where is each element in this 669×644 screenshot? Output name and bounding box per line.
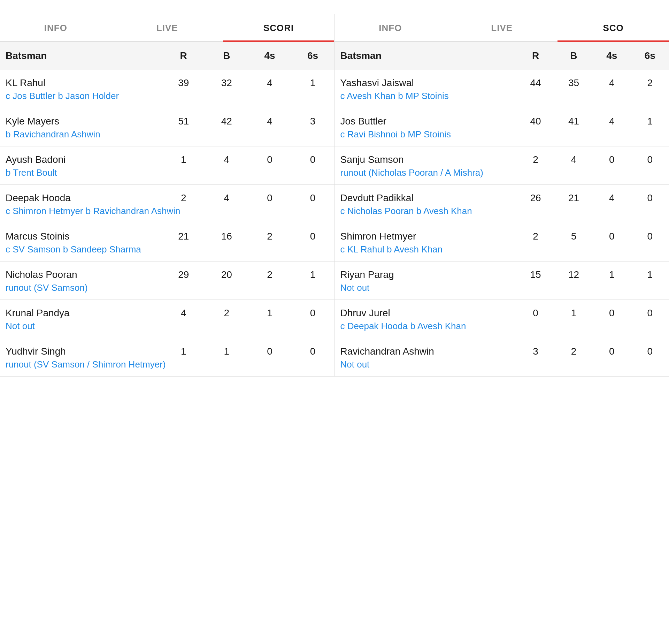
- batsman-6s: 0: [291, 185, 334, 204]
- right-dismissal-row: c Deepak Hooda b Avesh Khan: [335, 319, 669, 338]
- tab-scorecard-right[interactable]: SCO: [558, 14, 669, 42]
- left-batsman-row: Marcus Stoinis 21 16 2 0: [0, 223, 334, 242]
- batsman-6s: 0: [291, 338, 334, 357]
- right-table-header: Batsman R B 4s 6s: [335, 42, 669, 70]
- left-scorecard-table: Batsman R B 4s 6s KL Rahul 39 32 4 1 c J…: [0, 42, 334, 377]
- col-b-right: B: [555, 42, 593, 70]
- batsman-r: 1: [162, 146, 205, 166]
- batsman-r: 15: [516, 262, 554, 281]
- batsman-name: Shimron Hetmyer: [335, 223, 517, 242]
- batsman-4s: 0: [593, 146, 631, 166]
- right-batsman-row: Shimron Hetmyer 2 5 0 0: [335, 223, 669, 242]
- batsman-r: 21: [162, 223, 205, 242]
- left-dismissal-row: runout (SV Samson): [0, 280, 334, 300]
- batsman-6s: 0: [631, 300, 669, 319]
- batsman-6s: 1: [631, 262, 669, 281]
- batsman-b: 2: [205, 300, 248, 319]
- right-panel: INFO LIVE SCO Batsman R B 4s 6s Yashasvi…: [335, 14, 669, 377]
- batsman-b: 42: [205, 108, 248, 127]
- batsman-4s: 0: [593, 338, 631, 357]
- tab-live-left[interactable]: LIVE: [112, 14, 223, 41]
- tab-info-left[interactable]: INFO: [0, 14, 112, 41]
- left-batsman-row: Krunal Pandya 4 2 1 0: [0, 300, 334, 319]
- right-dismissal-row: c Ravi Bishnoi b MP Stoinis: [335, 127, 669, 146]
- col-r-right: R: [516, 42, 554, 70]
- batsman-6s: 1: [291, 70, 334, 89]
- dismissal-text: b Trent Boult: [0, 165, 334, 185]
- batsman-4s: 4: [248, 70, 291, 89]
- col-6s-left: 6s: [291, 42, 334, 70]
- batsman-r: 51: [162, 108, 205, 127]
- right-dismissal-row: runout (Nicholas Pooran / A Mishra): [335, 165, 669, 185]
- batsman-name: Devdutt Padikkal: [335, 185, 517, 204]
- dismissal-text: runout (SV Samson / Shimron Hetmyer): [0, 357, 334, 377]
- batsman-r: 2: [516, 146, 554, 166]
- main-layout: INFO LIVE SCORI Batsman R B 4s 6s KL Rah…: [0, 14, 669, 377]
- batsman-6s: 1: [291, 262, 334, 281]
- batsman-4s: 4: [248, 108, 291, 127]
- batsman-6s: 3: [291, 108, 334, 127]
- batsman-r: 39: [162, 70, 205, 89]
- right-batsman-row: Jos Buttler 40 41 4 1: [335, 108, 669, 127]
- batsman-b: 4: [205, 185, 248, 204]
- dismissal-text: b Ravichandran Ashwin: [0, 127, 334, 146]
- batsman-name: Sanju Samson: [335, 146, 517, 166]
- left-dismissal-row: c Jos Buttler b Jason Holder: [0, 89, 334, 108]
- col-r-left: R: [162, 42, 205, 70]
- dismissal-text: Not out: [335, 357, 669, 377]
- right-dismissal-row: c Avesh Khan b MP Stoinis: [335, 89, 669, 108]
- batsman-name: Yudhvir Singh: [0, 338, 162, 357]
- batsman-4s: 4: [593, 108, 631, 127]
- dismissal-text: c Jos Buttler b Jason Holder: [0, 89, 334, 108]
- col-4s-left: 4s: [248, 42, 291, 70]
- batsman-r: 26: [516, 185, 554, 204]
- dismissal-text: c Shimron Hetmyer b Ravichandran Ashwin: [0, 204, 334, 223]
- left-dismissal-row: runout (SV Samson / Shimron Hetmyer): [0, 357, 334, 377]
- batsman-b: 35: [555, 70, 593, 89]
- tab-info-right[interactable]: INFO: [335, 14, 446, 41]
- batsman-4s: 0: [593, 223, 631, 242]
- tab-live-right[interactable]: LIVE: [446, 14, 558, 41]
- batsman-6s: 2: [631, 70, 669, 89]
- batsman-r: 2: [516, 223, 554, 242]
- batsman-b: 4: [205, 146, 248, 166]
- right-dismissal-row: c Nicholas Pooran b Avesh Khan: [335, 204, 669, 223]
- dismissal-text: runout (SV Samson): [0, 280, 334, 300]
- right-batsman-row: Dhruv Jurel 0 1 0 0: [335, 300, 669, 319]
- left-dismissal-row: b Ravichandran Ashwin: [0, 127, 334, 146]
- dismissal-text: Not out: [0, 319, 334, 338]
- dismissal-text: c SV Samson b Sandeep Sharma: [0, 242, 334, 262]
- batsman-r: 29: [162, 262, 205, 281]
- dismissal-text: c Deepak Hooda b Avesh Khan: [335, 319, 669, 338]
- left-panel: INFO LIVE SCORI Batsman R B 4s 6s KL Rah…: [0, 14, 335, 377]
- batsman-r: 4: [162, 300, 205, 319]
- tab-scorecard-left[interactable]: SCORI: [223, 14, 334, 42]
- right-tabs: INFO LIVE SCO: [335, 14, 669, 42]
- dismissal-text: Not out: [335, 280, 669, 300]
- batsman-name: KL Rahul: [0, 70, 162, 89]
- batsman-b: 4: [555, 146, 593, 166]
- batsman-b: 1: [555, 300, 593, 319]
- batsman-b: 20: [205, 262, 248, 281]
- dismissal-text: runout (Nicholas Pooran / A Mishra): [335, 165, 669, 185]
- header: [0, 0, 669, 14]
- left-tabs: INFO LIVE SCORI: [0, 14, 334, 42]
- left-dismissal-row: b Trent Boult: [0, 165, 334, 185]
- batsman-name: Jos Buttler: [335, 108, 517, 127]
- batsman-6s: 0: [291, 300, 334, 319]
- batsman-r: 1: [162, 338, 205, 357]
- left-batsman-row: Yudhvir Singh 1 1 0 0: [0, 338, 334, 357]
- right-dismissal-row: c KL Rahul b Avesh Khan: [335, 242, 669, 262]
- left-batsman-row: KL Rahul 39 32 4 1: [0, 70, 334, 89]
- batsman-name: Ravichandran Ashwin: [335, 338, 517, 357]
- dismissal-text: c KL Rahul b Avesh Khan: [335, 242, 669, 262]
- batsman-r: 2: [162, 185, 205, 204]
- batsman-name: Deepak Hooda: [0, 185, 162, 204]
- batsman-4s: 4: [593, 70, 631, 89]
- left-batsman-row: Ayush Badoni 1 4 0 0: [0, 146, 334, 166]
- right-batsman-row: Sanju Samson 2 4 0 0: [335, 146, 669, 166]
- dismissal-text: c Ravi Bishnoi b MP Stoinis: [335, 127, 669, 146]
- batsman-4s: 1: [593, 262, 631, 281]
- batsman-6s: 0: [631, 146, 669, 166]
- batsman-name: Yashasvi Jaiswal: [335, 70, 517, 89]
